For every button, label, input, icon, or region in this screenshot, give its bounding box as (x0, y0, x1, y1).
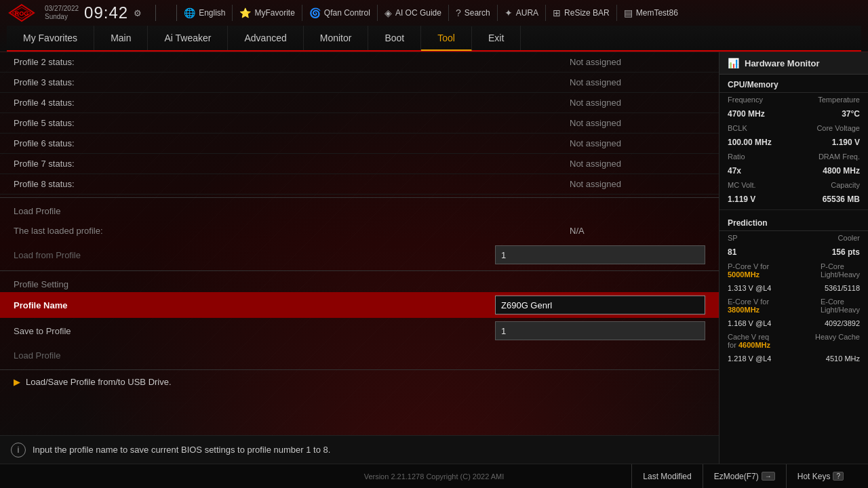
ratio-value-row: 47x 4800 MHz (719, 163, 868, 178)
save-to-profile-row[interactable]: Save to Profile (0, 318, 719, 344)
ecore-v-for-label: E-Core V for (728, 298, 769, 306)
core-voltage-value: 1.190 V (832, 138, 860, 147)
load-from-input[interactable] (495, 245, 705, 264)
resize-icon: ⊞ (553, 7, 561, 18)
ecore-v-freq: 3800MHz (728, 306, 769, 314)
pcore-v-value-row: 1.313 V @L4 5361/5118 (719, 281, 868, 295)
monitor-icon: 📊 (728, 58, 739, 68)
cache-v-req-label: Cache V req (728, 333, 770, 341)
info-icon: i (11, 443, 26, 458)
profile-8-value: Not assigned (570, 179, 705, 189)
profile-5-row: Profile 5 status: Not assigned (0, 113, 719, 134)
profile-6-value: Not assigned (570, 138, 705, 148)
hw-monitor-header: 📊 Hardware Monitor (719, 52, 868, 75)
bclk-value-row: 100.00 MHz 1.190 V (719, 135, 868, 150)
ez-mode-button[interactable]: EzMode(F7) → (703, 464, 786, 489)
nav-resize-bar[interactable]: ⊞ ReSize BAR (545, 5, 616, 21)
profile-6-row: Profile 6 status: Not assigned (0, 134, 719, 154)
heavy-cache-label: Heavy Cache (815, 333, 860, 341)
ecore-v-value-row: 1.168 V @L4 4092/3892 (719, 317, 868, 330)
profile-2-value: Not assigned (570, 57, 705, 67)
profile-name-row[interactable]: Profile Name (0, 292, 719, 318)
mc-volt-value: 1.119 V (728, 195, 755, 204)
info-text: Input the profile name to save current B… (33, 445, 330, 455)
menu-tool[interactable]: Tool (421, 26, 472, 51)
ez-mode-key-icon: → (762, 472, 775, 481)
cache-v-value-row: 1.218 V @L4 4510 MHz (719, 352, 868, 365)
last-loaded-value: N/A (570, 226, 705, 236)
profile-4-value: Not assigned (570, 98, 705, 108)
ratio-label: Ratio (728, 152, 745, 161)
mc-volt-value-row: 1.119 V 65536 MB (719, 192, 868, 207)
last-loaded-label: The last loaded profile: (14, 226, 570, 236)
frequency-row: Frequency Temperature (719, 93, 868, 106)
nav-qfan-label: Qfan Control (324, 8, 370, 18)
hot-keys-label: Hot Keys (797, 472, 831, 481)
nav-resize-bar-label: ReSize BAR (564, 8, 610, 18)
time-label: 09:42 (84, 3, 128, 22)
ecore-lh-value: 4092/3892 (825, 319, 860, 327)
footer-buttons: Last Modified EzMode(F7) → Hot Keys ? (631, 464, 854, 489)
pcore-v-value: 1.313 V @L4 (728, 284, 771, 292)
sp-value: 81 (728, 247, 736, 257)
version-text: Version 2.21.1278 Copyright (C) 2022 AMI (364, 472, 505, 481)
last-loaded-row: The last loaded profile: N/A (0, 219, 719, 242)
nav-ai-oc[interactable]: ◈ AI OC Guide (377, 5, 448, 21)
nav-myfavorite[interactable]: ⭐ MyFavorite (232, 5, 301, 21)
menu-my-favorites[interactable]: My Favorites (7, 26, 94, 50)
nav-myfavorite-label: MyFavorite (254, 8, 294, 18)
usb-section-label: Load/Save Profile from/to USB Drive. (26, 377, 172, 387)
profile-5-label: Profile 5 status: (14, 118, 570, 128)
bclk-value: 100.00 MHz (728, 138, 772, 147)
main-menu-bar: My Favorites Main Ai Tweaker Advanced Mo… (7, 26, 861, 52)
cache-v-for-label: for 4600MHz (728, 341, 770, 349)
nav-search-label: Search (465, 8, 490, 18)
nav-english[interactable]: 🌐 English (176, 5, 232, 21)
save-to-profile-input[interactable] (495, 321, 705, 340)
profile-2-label: Profile 2 status: (14, 57, 570, 67)
capacity-label: Capacity (831, 181, 860, 189)
nav-search[interactable]: ? Search (448, 5, 497, 21)
bclk-label: BCLK (728, 124, 747, 132)
ecore-v-value: 1.168 V @L4 (728, 319, 771, 327)
menu-monitor[interactable]: Monitor (304, 26, 369, 50)
nav-qfan[interactable]: 🌀 Qfan Control (302, 5, 377, 21)
mc-volt-label: MC Volt. (728, 181, 756, 189)
profile-7-value: Not assigned (570, 159, 705, 169)
load-from-profile-row: Load from Profile (0, 242, 719, 268)
nav-icons-bar: 🌐 English ⭐ MyFavorite 🌀 Qfan Control ◈ … (176, 5, 861, 21)
main-scroll-area[interactable]: Profile 2 status: Not assigned Profile 3… (0, 52, 719, 435)
globe-icon: 🌐 (184, 7, 195, 18)
capacity-value: 65536 MB (823, 195, 860, 204)
last-modified-label: Last Modified (643, 472, 691, 481)
nav-memtest[interactable]: ▤ MemTest86 (616, 5, 685, 21)
profile-name-input[interactable] (495, 296, 705, 314)
menu-boot[interactable]: Boot (368, 26, 421, 50)
profile-setting-section: Profile Setting (0, 274, 719, 292)
bclk-row: BCLK Core Voltage (719, 121, 868, 135)
menu-ai-tweaker[interactable]: Ai Tweaker (148, 26, 228, 50)
menu-advanced[interactable]: Advanced (228, 26, 303, 50)
load-profile-row[interactable]: Load Profile (0, 344, 719, 367)
nav-aura[interactable]: ✦ AURA (497, 5, 545, 21)
profile-5-value: Not assigned (570, 118, 705, 128)
profile-3-label: Profile 3 status: (14, 77, 570, 87)
menu-exit[interactable]: Exit (472, 26, 521, 50)
hot-keys-button[interactable]: Hot Keys ? (786, 464, 854, 489)
temperature-label: Temperature (818, 96, 860, 104)
profile-8-label: Profile 8 status: (14, 179, 570, 189)
menu-main[interactable]: Main (94, 26, 148, 50)
cache-v-label-row: Cache V req for 4600MHz Heavy Cache (719, 330, 868, 352)
footer-bar: Version 2.21.1278 Copyright (C) 2022 AMI… (0, 464, 868, 488)
last-modified-button[interactable]: Last Modified (631, 464, 702, 489)
hw-monitor-title: Hardware Monitor (745, 58, 820, 68)
nav-english-label: English (199, 8, 225, 18)
frequency-label: Frequency (728, 96, 763, 104)
ecore-v-label-row: E-Core V for 3800MHz E-Core Light/Heavy (719, 295, 868, 317)
cache-v-freq: 4600MHz (738, 341, 770, 349)
usb-section-row[interactable]: ▶ Load/Save Profile from/to USB Drive. (0, 373, 719, 391)
profile-3-row: Profile 3 status: Not assigned (0, 73, 719, 93)
fan-icon: 🌀 (309, 7, 321, 18)
settings-icon[interactable]: ⚙ (134, 8, 142, 18)
profile-name-label: Profile Name (14, 300, 495, 310)
